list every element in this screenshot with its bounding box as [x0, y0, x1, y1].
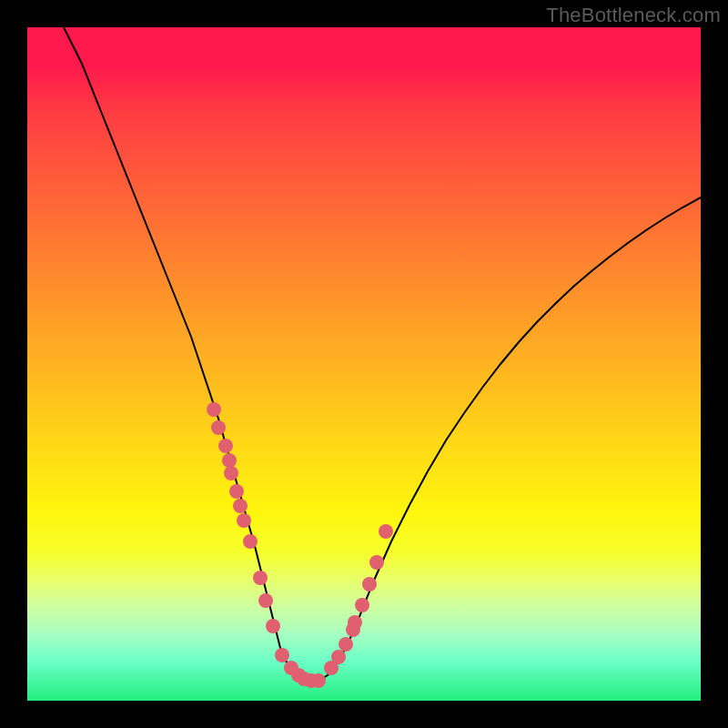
- marker-dot: [224, 466, 238, 480]
- marker-group: [207, 402, 393, 688]
- marker-dot: [379, 524, 393, 539]
- marker-dot: [229, 484, 244, 499]
- marker-dot: [355, 598, 369, 612]
- marker-dot: [222, 453, 237, 468]
- marker-dot: [211, 420, 226, 435]
- marker-dot: [233, 499, 248, 513]
- marker-dot: [275, 648, 289, 662]
- marker-dot: [331, 650, 346, 664]
- marker-dot: [258, 593, 273, 608]
- watermark-text: TheBottleneck.com: [546, 4, 721, 27]
- bottleneck-curve: [64, 27, 701, 681]
- plot-area: [27, 27, 701, 701]
- marker-dot: [237, 513, 251, 528]
- marker-dot: [253, 571, 268, 585]
- marker-dot: [243, 534, 258, 549]
- marker-dot: [266, 619, 280, 633]
- marker-dot: [348, 615, 362, 630]
- marker-dot: [207, 402, 221, 417]
- marker-dot: [369, 555, 384, 570]
- marker-dot: [311, 673, 326, 688]
- marker-dot: [362, 577, 377, 592]
- chart-svg: [27, 27, 701, 701]
- marker-dot: [218, 439, 233, 453]
- chart-frame: TheBottleneck.com: [0, 0, 728, 728]
- marker-dot: [339, 637, 353, 652]
